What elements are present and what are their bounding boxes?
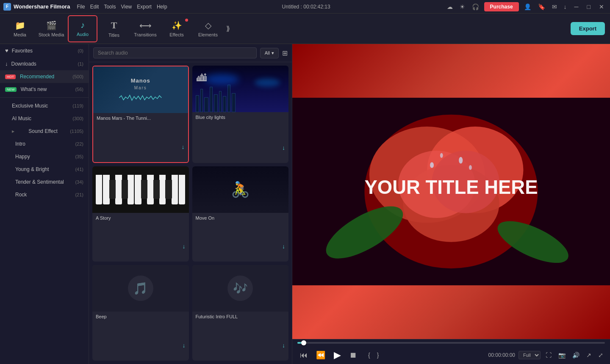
blue-city-label: Blue city lights <box>192 112 289 122</box>
skip-back-button[interactable]: ⏮ <box>297 350 310 361</box>
happy-label: Happy <box>15 154 30 160</box>
export-frame-icon[interactable]: ↗ <box>585 351 593 359</box>
volume-icon[interactable]: 🔊 <box>571 351 581 359</box>
media-icon: 📁 <box>15 20 25 30</box>
manos-download-icon[interactable]: ↓ <box>182 143 185 150</box>
rose-svg: YOUR TITLE HERE <box>292 44 610 339</box>
minimize-button[interactable]: ─ <box>572 3 581 10</box>
bracket-right-icon[interactable]: } <box>375 351 381 359</box>
tool-transitions-label: Transitions <box>134 32 156 37</box>
tool-media[interactable]: 📁 Media <box>5 15 35 42</box>
rock-label: Rock <box>15 192 27 198</box>
mail-icon[interactable]: ✉ <box>550 3 559 11</box>
tool-titles[interactable]: T Titles <box>99 15 129 42</box>
futuristic-thumbnail: 🎶 <box>192 265 289 312</box>
panel-intro[interactable]: Intro (22) <box>0 138 89 150</box>
panel-young-bright[interactable]: Young & Bright (41) <box>0 163 89 176</box>
intro-count: (22) <box>75 141 83 146</box>
bracket-left-icon[interactable]: { <box>366 351 372 359</box>
brightness-icon[interactable]: ☀ <box>458 3 467 11</box>
cloud-icon[interactable]: ☁ <box>445 3 455 11</box>
tool-effects[interactable]: ✨ Effects <box>162 15 191 42</box>
audio-card-blue-city[interactable]: 🏙 Blue city lights ↓ <box>192 66 289 163</box>
tool-elements[interactable]: ◇ Elements <box>193 15 223 42</box>
tool-audio-label: Audio <box>77 32 89 37</box>
audio-card-move-on[interactable]: 🚴 Move On ↓ <box>192 166 289 262</box>
filter-dropdown[interactable]: All ▾ <box>260 48 279 58</box>
headset-icon[interactable]: 🎧 <box>470 3 481 11</box>
audio-card-futuristic[interactable]: 🎶 Futuristic Intro FULL ↓ <box>192 265 289 361</box>
exclusive-count: (119) <box>72 103 83 108</box>
beep-download-icon[interactable]: ↓ <box>183 342 186 349</box>
download-icon[interactable]: ↓ <box>562 3 568 11</box>
audio-card-beep[interactable]: 🎵 Beep ↓ <box>92 265 189 361</box>
progress-bar[interactable] <box>297 342 605 344</box>
panel-rock[interactable]: Rock (21) <box>0 188 89 201</box>
maximize-button[interactable]: □ <box>585 3 593 10</box>
panel-ai-music[interactable]: AI Music (300) <box>0 112 89 125</box>
stop-button[interactable]: ⏹ <box>347 350 360 361</box>
happy-count: (35) <box>75 154 83 159</box>
grid-view-icon[interactable]: ⊞ <box>282 49 288 57</box>
blue-city-thumbnail: 🏙 <box>192 66 289 112</box>
blue-city-download-icon[interactable]: ↓ <box>282 144 285 151</box>
step-back-button[interactable]: ⏪ <box>313 350 328 361</box>
panel-downloads[interactable]: ↓Downloads (1) <box>0 57 89 70</box>
effects-icon: ✨ <box>172 20 182 30</box>
filter-chevron-icon: ▾ <box>272 50 274 56</box>
top-actions: ☁ ☀ 🎧 Purchase 👤 🔖 ✉ ↓ ─ □ ✕ <box>445 2 607 11</box>
menu-edit[interactable]: Edit <box>90 4 99 10</box>
export-button[interactable]: Export <box>571 22 605 35</box>
panel-exclusive-music[interactable]: Exclusive Music (119) <box>0 99 89 112</box>
panel-tender-sentimental[interactable]: Tender & Sentimental (34) <box>0 176 89 188</box>
close-button[interactable]: ✕ <box>596 3 607 10</box>
search-input[interactable] <box>93 47 257 58</box>
tool-audio[interactable]: ♪ Audio <box>68 15 97 42</box>
fullscreen-icon[interactable]: ⛶ <box>544 351 553 359</box>
toolbar-expand-button[interactable]: ⟫ <box>225 23 232 34</box>
move-on-download-icon[interactable]: ↓ <box>282 243 285 250</box>
quality-select[interactable]: Full 1/2 1/4 <box>518 351 541 359</box>
bookmark-icon[interactable]: 🔖 <box>536 3 547 11</box>
purchase-button[interactable]: Purchase <box>484 2 519 11</box>
story-download-icon[interactable]: ↓ <box>183 243 186 250</box>
menu-export[interactable]: Export <box>137 4 152 10</box>
move-on-label: Move On <box>192 213 289 223</box>
play-button[interactable]: ▶ <box>331 349 344 361</box>
top-bar: F Wondershare Filmora File Edit Tools Vi… <box>0 0 610 14</box>
account-icon[interactable]: 👤 <box>522 3 533 11</box>
audio-card-manos[interactable]: Manos Mars Manos Mars - The Tunni... ↓ <box>92 66 189 163</box>
download-icon: ↓ <box>5 61 8 67</box>
progress-bar-container <box>292 339 610 346</box>
transitions-icon: ⟷ <box>139 20 152 30</box>
panel-sound-effect[interactable]: Sound Effect (1105) <box>0 125 89 138</box>
panel-whats-new[interactable]: NEWWhat's new (56) <box>0 83 89 96</box>
audio-grid: Manos Mars Manos Mars - The Tunni... ↓ <box>89 62 292 364</box>
beep-thumbnail: 🎵 <box>92 265 189 312</box>
tool-elements-label: Elements <box>198 32 218 37</box>
expand-preview-icon[interactable]: ⤢ <box>596 351 605 359</box>
tool-transitions[interactable]: ⟷ Transitions <box>130 15 160 42</box>
recommended-count: (500) <box>72 74 83 79</box>
audio-card-story[interactable]: A Story ↓ <box>92 166 189 262</box>
menu-tools[interactable]: Tools <box>104 4 116 10</box>
app-icon: F <box>3 3 11 11</box>
menu-file[interactable]: File <box>77 4 85 10</box>
panel-recommended[interactable]: HOTRecommended (500) <box>0 70 89 83</box>
tool-stock-media[interactable]: 🎬 Stock Media <box>36 15 66 42</box>
young-bright-count: (41) <box>75 167 83 172</box>
whats-new-count: (56) <box>75 87 83 92</box>
young-bright-label: Young & Bright <box>15 166 49 172</box>
toolbar: 📁 Media 🎬 Stock Media ♪ Audio T Titles ⟷… <box>0 14 610 44</box>
panel-happy[interactable]: Happy (35) <box>0 150 89 163</box>
menu-view[interactable]: View <box>121 4 132 10</box>
manos-waveform <box>103 94 178 102</box>
elements-icon: ◇ <box>205 20 211 30</box>
futuristic-download-icon[interactable]: ↓ <box>282 342 285 349</box>
menu-help[interactable]: Help <box>157 4 167 10</box>
panel-favorites[interactable]: ♥Favorites (0) <box>0 44 89 57</box>
tender-count: (34) <box>75 179 83 185</box>
svg-text:YOUR TITLE HERE: YOUR TITLE HERE <box>365 176 538 198</box>
video-background: YOUR TITLE HERE <box>292 44 610 339</box>
screenshot-icon[interactable]: 📷 <box>557 351 567 359</box>
